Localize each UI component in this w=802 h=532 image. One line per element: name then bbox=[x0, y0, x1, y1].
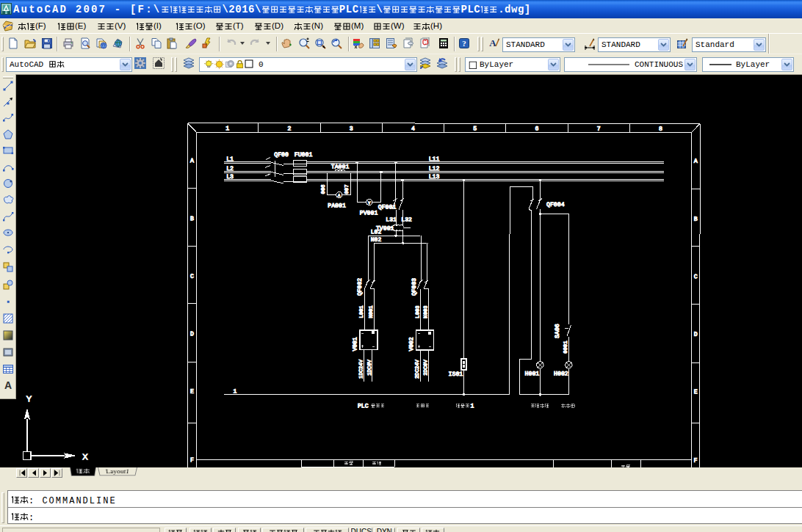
svg-text:H001: H001 bbox=[525, 371, 540, 378]
svg-text:5: 5 bbox=[473, 126, 477, 133]
svg-text:L001: L001 bbox=[359, 305, 365, 318]
svg-text:L12: L12 bbox=[429, 166, 440, 172]
svg-text:L11: L11 bbox=[429, 156, 440, 163]
svg-text:2DC24V: 2DC24V bbox=[415, 359, 421, 379]
svg-text:A: A bbox=[190, 158, 194, 164]
svg-text:A: A bbox=[489, 37, 496, 48]
svg-text:QF003: QF003 bbox=[411, 278, 418, 296]
svg-text:V001: V001 bbox=[352, 337, 358, 351]
svg-text:FU001: FU001 bbox=[295, 152, 313, 158]
svg-text:PLC: PLC bbox=[358, 403, 369, 409]
svg-text:8: 8 bbox=[659, 126, 662, 133]
svg-text:N001: N001 bbox=[369, 305, 375, 318]
svg-text:Y: Y bbox=[26, 395, 32, 404]
svg-text:006: 006 bbox=[321, 184, 327, 194]
svg-text:V002: V002 bbox=[408, 337, 415, 351]
svg-text:QF001: QF001 bbox=[378, 204, 397, 211]
svg-text:007: 007 bbox=[344, 184, 350, 194]
svg-text:C: C bbox=[694, 274, 698, 280]
svg-text:L02: L02 bbox=[371, 229, 382, 236]
svg-text:4: 4 bbox=[411, 126, 415, 133]
svg-text:QF004: QF004 bbox=[546, 202, 565, 208]
svg-text:A: A bbox=[694, 158, 698, 165]
svg-text:B: B bbox=[694, 216, 698, 223]
svg-text:1: 1 bbox=[470, 404, 474, 410]
svg-text:PA001: PA001 bbox=[328, 203, 346, 209]
svg-text:E: E bbox=[190, 389, 194, 396]
svg-text:2: 2 bbox=[288, 125, 292, 132]
svg-text:1: 1 bbox=[234, 388, 237, 395]
svg-text:SA06: SA06 bbox=[554, 324, 561, 338]
svg-text:L2: L2 bbox=[226, 166, 234, 172]
svg-text:QF002: QF002 bbox=[357, 278, 364, 296]
svg-text:F: F bbox=[190, 457, 194, 464]
svg-text:6: 6 bbox=[535, 126, 539, 133]
svg-text:IS01: IS01 bbox=[449, 371, 463, 378]
svg-text:C: C bbox=[190, 274, 194, 280]
svg-text:0001: 0001 bbox=[563, 340, 569, 353]
svg-text:L3: L3 bbox=[226, 174, 234, 181]
svg-text:L32: L32 bbox=[401, 217, 412, 224]
svg-text:?: ? bbox=[462, 39, 466, 48]
svg-text:QF00: QF00 bbox=[274, 152, 289, 158]
svg-text:F: F bbox=[694, 458, 698, 464]
svg-text:7: 7 bbox=[597, 126, 601, 133]
svg-text:L1: L1 bbox=[226, 156, 234, 163]
svg-text:E: E bbox=[694, 389, 698, 396]
svg-text:L31: L31 bbox=[386, 216, 397, 223]
svg-text:3: 3 bbox=[350, 125, 353, 132]
svg-text:L13: L13 bbox=[429, 174, 440, 181]
svg-text:D: D bbox=[190, 331, 194, 338]
svg-text:B: B bbox=[190, 216, 194, 222]
svg-text:H002: H002 bbox=[554, 371, 568, 378]
svg-text:X: X bbox=[82, 453, 88, 462]
svg-text:1DC0V: 1DC0V bbox=[367, 360, 373, 376]
svg-text:N02: N02 bbox=[371, 237, 382, 244]
svg-text:N003: N003 bbox=[423, 305, 429, 318]
svg-text:PV001: PV001 bbox=[360, 210, 378, 216]
svg-text:D: D bbox=[694, 332, 698, 338]
svg-text:A: A bbox=[4, 379, 12, 391]
svg-text:L003: L003 bbox=[415, 305, 421, 318]
svg-text:1: 1 bbox=[225, 125, 229, 132]
svg-text:2DC0V: 2DC0V bbox=[424, 360, 430, 376]
svg-text:1DC24V: 1DC24V bbox=[358, 359, 364, 379]
